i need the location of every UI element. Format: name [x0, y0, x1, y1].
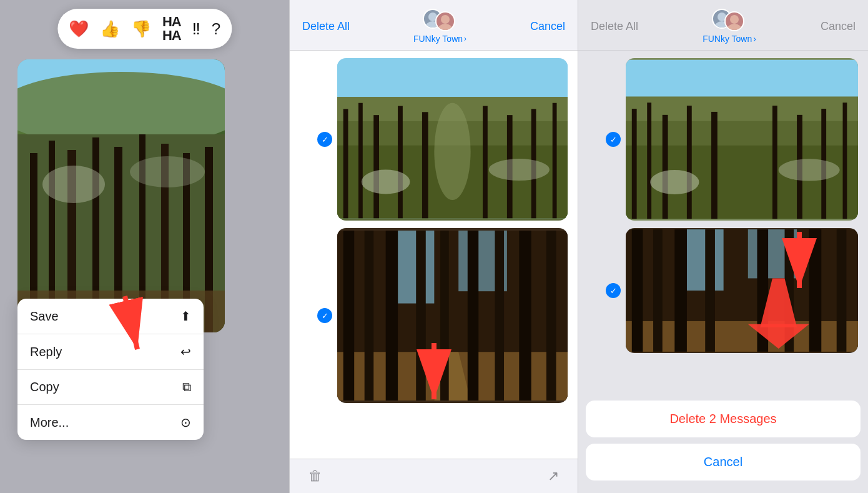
svg-point-14	[130, 156, 205, 187]
svg-rect-79	[705, 229, 715, 352]
svg-rect-47	[468, 231, 478, 401]
confirm-check-1: ✓	[606, 132, 621, 147]
svg-point-55	[730, 15, 739, 24]
svg-rect-29	[398, 106, 403, 219]
confirm-delete-all-button[interactable]: Delete All	[591, 20, 638, 33]
reaction-thumbsup[interactable]: 👍	[100, 21, 120, 37]
svg-rect-65	[711, 112, 718, 219]
svg-rect-34	[553, 103, 557, 219]
svg-rect-28	[373, 115, 379, 218]
svg-rect-27	[358, 103, 363, 219]
svg-point-71	[779, 159, 840, 181]
red-arrow-copy	[87, 290, 175, 365]
message-toolbar: 🗑 ↗	[290, 459, 578, 493]
svg-rect-63	[663, 115, 668, 219]
svg-rect-48	[495, 231, 504, 401]
more-icon: ⊙	[180, 415, 191, 430]
svg-rect-76	[632, 229, 643, 352]
delete-messages-button[interactable]: Delete 2 Messages	[586, 401, 861, 437]
menu-reply-label: Reply	[30, 345, 62, 359]
share-toolbar-button[interactable]: ↗	[548, 468, 559, 484]
menu-more[interactable]: More... ⊙	[17, 405, 204, 440]
svg-rect-26	[343, 109, 348, 218]
reply-icon: ↩	[180, 344, 191, 359]
svg-point-36	[489, 159, 550, 181]
confirm-header: Delete All FUNky Town › Cancel	[578, 0, 868, 51]
check-circle-2[interactable]: ✓	[317, 308, 332, 323]
svg-point-35	[362, 170, 410, 194]
group-chevron-icon: ›	[464, 34, 466, 43]
svg-rect-61	[632, 109, 637, 219]
confirm-group-name[interactable]: FUNky Town ›	[703, 34, 756, 44]
svg-rect-38	[398, 231, 434, 304]
reaction-heart[interactable]: ❤️	[69, 21, 89, 37]
svg-rect-31	[483, 106, 488, 219]
confirm-cancel-header-button[interactable]: Cancel	[821, 20, 856, 33]
menu-copy[interactable]: Copy ⧉	[17, 370, 204, 405]
group-name[interactable]: FUNky Town ›	[413, 34, 466, 44]
svg-point-56	[727, 24, 742, 30]
confirm-avatar-group	[712, 9, 747, 31]
save-icon: ⬆	[180, 309, 191, 324]
message-row-1[interactable]: ✓	[290, 51, 578, 224]
svg-rect-50	[546, 231, 556, 401]
svg-point-13	[42, 166, 105, 203]
svg-rect-77	[653, 229, 663, 352]
svg-rect-62	[647, 102, 651, 219]
svg-line-16	[125, 296, 137, 349]
reaction-exclamation[interactable]: ‼️	[192, 21, 200, 37]
reaction-question[interactable]: ?	[212, 21, 220, 37]
panel-message-select: Delete All FUNky Town › Cancel ✓	[289, 0, 578, 493]
svg-rect-49	[519, 231, 531, 401]
svg-rect-66	[772, 106, 777, 219]
photo-thumb-1	[337, 58, 568, 221]
reaction-thumbsdown[interactable]: 👎	[131, 21, 151, 37]
cancel-button[interactable]: Cancel	[530, 20, 565, 33]
red-arrow-delete-p3	[768, 226, 831, 307]
confirm-header-center: FUNky Town ›	[703, 9, 756, 44]
svg-rect-64	[687, 106, 692, 219]
svg-rect-42	[343, 231, 354, 401]
confirm-group-chevron-icon: ›	[753, 34, 756, 44]
confirm-avatar-2	[724, 11, 744, 31]
svg-point-70	[650, 170, 699, 194]
red-arrow-delete-p2	[403, 337, 465, 418]
confirm-check-2: ✓	[606, 283, 621, 298]
confirm-row-1: ✓	[578, 51, 868, 224]
svg-rect-78	[674, 229, 687, 352]
svg-rect-43	[365, 231, 374, 401]
svg-point-19	[441, 15, 450, 24]
menu-save-label: Save	[30, 309, 59, 324]
delete-toolbar-button[interactable]: 🗑	[308, 468, 322, 484]
header-center: FUNky Town ›	[413, 9, 466, 44]
svg-point-25	[434, 103, 470, 200]
reaction-bar[interactable]: ❤️ 👍 👎 HAHA ‼️ ?	[57, 9, 232, 49]
svg-rect-83	[837, 229, 847, 352]
delete-all-button[interactable]: Delete All	[302, 20, 350, 33]
menu-copy-label: Copy	[30, 380, 59, 394]
message-header: Delete All FUNky Town › Cancel	[290, 0, 578, 51]
confirm-cancel-button[interactable]: Cancel	[586, 444, 861, 481]
confirm-photo-1	[626, 58, 858, 221]
menu-more-label: More...	[30, 416, 69, 430]
confirm-sheet: Delete 2 Messages Cancel	[578, 394, 868, 493]
panel-context-menu: ❤️ 👍 👎 HAHA ‼️ ?	[0, 0, 289, 493]
svg-rect-30	[422, 112, 428, 218]
copy-icon: ⧉	[182, 380, 191, 394]
avatar-group	[423, 9, 458, 31]
reaction-haha[interactable]: HAHA	[162, 15, 181, 42]
avatar-2	[435, 11, 455, 31]
svg-rect-44	[386, 231, 398, 401]
panel-confirm-delete: Delete All FUNky Town › Cancel ✓	[578, 0, 868, 493]
svg-rect-69	[843, 102, 847, 219]
svg-point-20	[438, 24, 453, 30]
check-circle-1[interactable]: ✓	[317, 132, 332, 147]
